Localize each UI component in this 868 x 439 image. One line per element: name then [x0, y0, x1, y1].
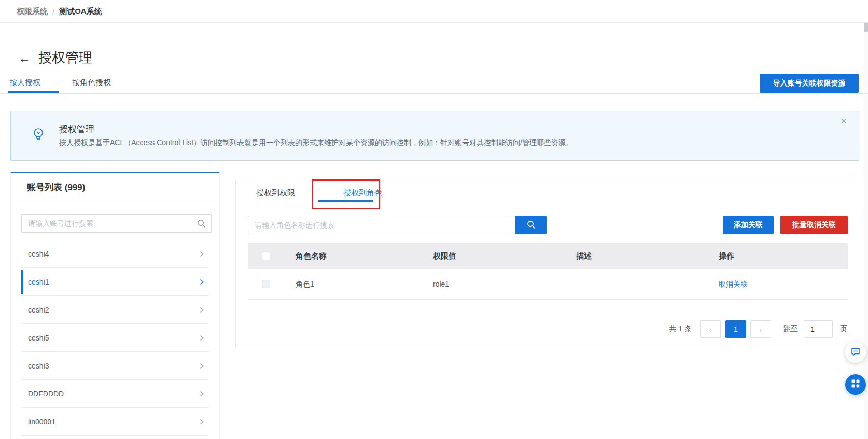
- search-button[interactable]: [515, 216, 547, 234]
- app-grid-icon: [850, 378, 861, 391]
- chat-bubble-icon: [850, 346, 861, 359]
- column-header-description: 描述: [576, 243, 592, 269]
- account-list: ceshi4 ceshi1 ceshi2 ceshi5 ceshi3 DDFDD…: [11, 240, 219, 436]
- chevron-right-icon: [199, 307, 205, 313]
- chevron-right-icon: ›: [760, 325, 762, 334]
- breadcrumb: 权限系统 / 测试OA系统: [17, 0, 102, 23]
- column-header-permission-value: 权限值: [433, 243, 456, 269]
- account-list-item-ceshi4[interactable]: ceshi4: [21, 240, 209, 268]
- add-association-button[interactable]: 添加关联: [723, 216, 774, 234]
- info-banner: 授权管理 按人授权是基于ACL（Access Control List）访问控制…: [10, 111, 859, 161]
- column-header-action: 操作: [719, 243, 734, 269]
- page-unit-label: 页: [840, 324, 847, 334]
- table-row: 角色1 role1 取消关联: [248, 269, 848, 300]
- search-icon: [526, 220, 536, 231]
- authorization-panel: 授权到权限 授权到角色 添加关联 批量取消关联 角色名称 权限值 描述 操作: [235, 181, 859, 348]
- prev-page-button[interactable]: ‹: [700, 320, 721, 338]
- chevron-right-icon: [199, 335, 205, 341]
- tab-authorize-by-person[interactable]: 按人授权: [9, 78, 40, 88]
- pagination: 共 1 条 ‹ 1 › 跳至 页: [669, 320, 847, 338]
- chevron-right-icon: [199, 391, 205, 397]
- chevron-left-icon: ‹: [709, 325, 712, 334]
- page-title: 授权管理: [38, 49, 92, 67]
- chevron-right-icon: [199, 363, 205, 369]
- tab-authorize-to-permission[interactable]: 授权到权限: [256, 188, 295, 198]
- select-all-checkbox[interactable]: [262, 252, 270, 260]
- banner-title: 授权管理: [59, 123, 94, 135]
- breadcrumb-current: 测试OA系统: [59, 7, 102, 17]
- account-list-item-lin00001[interactable]: lin00001: [21, 408, 209, 436]
- role-search-input[interactable]: [248, 216, 515, 234]
- tab-authorize-by-role[interactable]: 按角色授权: [72, 78, 111, 88]
- account-list-panel: 账号列表 (999) ceshi4 ceshi1 ceshi2: [10, 172, 220, 439]
- tab-authorize-to-role[interactable]: 授权到角色: [343, 188, 382, 198]
- chevron-right-icon: [199, 251, 205, 257]
- account-list-item-ceshi1-selected[interactable]: ceshi1: [21, 268, 209, 296]
- page-button-1[interactable]: 1: [725, 320, 746, 338]
- account-list-item-ddfdddd[interactable]: DDFDDDD: [21, 380, 209, 408]
- topbar: 权限系统 / 测试OA系统: [0, 0, 868, 23]
- breadcrumb-separator: /: [52, 7, 54, 16]
- chevron-right-icon: [199, 419, 205, 425]
- active-tab-underline: [318, 200, 373, 202]
- search-icon: [197, 219, 206, 230]
- title-row: ← 授权管理: [18, 49, 92, 67]
- account-list-title: 账号列表 (999): [27, 181, 85, 193]
- authorization-tabs: 授权到权限 授权到角色: [256, 188, 382, 198]
- account-search-input[interactable]: [21, 214, 212, 233]
- table-header: 角色名称 权限值 描述 操作: [248, 243, 848, 269]
- jump-to-label: 跳至: [783, 324, 798, 334]
- import-account-permission-button[interactable]: 导入账号关联权限资源: [760, 74, 859, 93]
- row-checkbox[interactable]: [262, 280, 270, 288]
- feedback-button[interactable]: [845, 342, 866, 363]
- remove-association-link[interactable]: 取消关联: [719, 269, 748, 300]
- breadcrumb-parent[interactable]: 权限系统: [17, 7, 48, 17]
- close-icon[interactable]: ×: [841, 116, 847, 126]
- tabs-divider: [0, 93, 868, 94]
- next-page-button[interactable]: ›: [750, 320, 771, 338]
- lightbulb-icon: [33, 127, 44, 146]
- pagination-total: 共 1 条: [669, 324, 692, 334]
- page: 权限系统 / 测试OA系统 ← 授权管理 按人授权 按角色授权 导入账号关联权限…: [0, 0, 868, 439]
- column-header-role-name: 角色名称: [296, 243, 327, 269]
- account-list-item-ceshi5[interactable]: ceshi5: [21, 324, 209, 352]
- back-arrow-icon[interactable]: ←: [18, 52, 31, 64]
- panel-divider: [11, 203, 219, 203]
- account-list-item-ceshi2[interactable]: ceshi2: [21, 296, 209, 324]
- jump-page-input[interactable]: [804, 320, 833, 338]
- apps-button[interactable]: [845, 374, 866, 395]
- cell-permission-value: role1: [433, 269, 449, 300]
- active-tab-underline: [8, 91, 59, 93]
- chevron-right-icon: [199, 279, 205, 285]
- banner-description: 按人授权是基于ACL（Access Control List）访问控制列表就是用…: [59, 138, 573, 148]
- batch-remove-association-button[interactable]: 批量取消关联: [780, 216, 848, 234]
- scrollbar-track: [864, 0, 868, 439]
- main-tabs: 按人授权 按角色授权: [9, 78, 111, 88]
- cell-role-name: 角色1: [296, 269, 314, 300]
- account-list-item-ceshi3[interactable]: ceshi3: [21, 352, 209, 380]
